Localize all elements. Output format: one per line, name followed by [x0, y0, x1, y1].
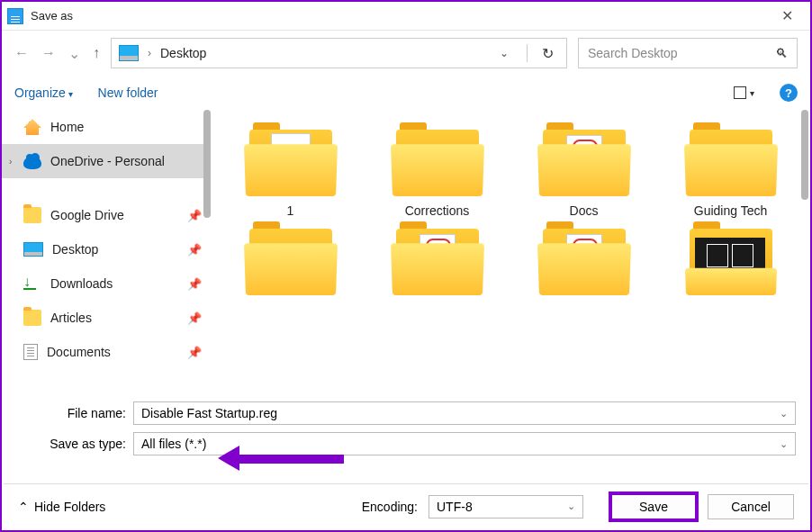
onedrive-icon: [23, 157, 41, 169]
help-icon[interactable]: ?: [780, 84, 798, 102]
folder-item[interactable]: Guiding Tech: [671, 122, 790, 221]
search-placeholder: Search Desktop: [588, 46, 775, 60]
folder-name: 1: [287, 203, 294, 221]
sidebar-item-label: Articles: [50, 311, 92, 325]
folder-item[interactable]: [377, 221, 497, 320]
sidebar-item-label: Documents: [47, 345, 111, 359]
content-scrollbar[interactable]: [801, 110, 808, 200]
main-area: Home › OneDrive - Personal Google Drive …: [2, 110, 810, 394]
sidebar-scrollbar[interactable]: [203, 110, 211, 218]
folder-icon: [539, 122, 629, 196]
chevron-down-icon[interactable]: ⌄: [780, 408, 788, 419]
folder-name: Docs: [570, 203, 599, 221]
folder-name: Guiding Tech: [694, 203, 767, 221]
folder-icon: [23, 207, 41, 223]
filename-label: File name:: [16, 406, 133, 420]
folder-item[interactable]: [671, 221, 790, 320]
folder-icon: [246, 122, 336, 196]
save-form: File name: Disable Fast Startup.reg ⌄ Sa…: [2, 394, 810, 455]
sidebar-item-downloads[interactable]: Downloads 📌: [2, 266, 211, 301]
organize-button[interactable]: Organize: [14, 86, 73, 100]
pin-icon: 📌: [187, 311, 202, 325]
hide-folders-label: Hide Folders: [34, 500, 105, 514]
sidebar-item-documents[interactable]: Documents 📌: [2, 335, 211, 369]
chevron-down-icon[interactable]: ⌄: [780, 438, 788, 450]
up-icon[interactable]: ↑: [93, 45, 100, 61]
save-type-value: All files (*.*): [141, 437, 206, 451]
hide-folders-button[interactable]: ⌃ Hide Folders: [18, 500, 105, 514]
nav-arrows: ← → ⌄ ↑: [14, 45, 100, 62]
title-bar: Save as ✕: [2, 2, 810, 31]
cancel-button[interactable]: Cancel: [708, 494, 794, 519]
breadcrumb-sep-icon: ›: [148, 47, 151, 59]
sidebar-item-desktop[interactable]: Desktop 📌: [2, 232, 211, 266]
encoding-select[interactable]: UTF-8 ⌄: [429, 495, 583, 518]
window-title: Save as: [31, 9, 769, 23]
sidebar-item-onedrive[interactable]: › OneDrive - Personal: [2, 144, 211, 178]
folder-icon: [539, 221, 629, 295]
app-icon: [7, 8, 23, 24]
folder-item[interactable]: 1: [230, 122, 350, 221]
save-type-label: Save as type:: [16, 437, 133, 451]
sidebar-item-home[interactable]: Home: [2, 110, 211, 144]
back-icon[interactable]: ←: [14, 45, 29, 61]
desktop-location-icon: [119, 45, 139, 61]
desktop-icon: [23, 242, 43, 257]
footer: ⌃ Hide Folders Encoding: UTF-8 ⌄ Save Ca…: [4, 483, 808, 528]
filename-input[interactable]: Disable Fast Startup.reg ⌄: [133, 401, 796, 425]
home-icon: [23, 119, 41, 135]
recent-chevron-icon[interactable]: ⌄: [68, 45, 80, 62]
save-type-select[interactable]: All files (*.*) ⌄: [133, 432, 796, 455]
search-input[interactable]: Search Desktop 🔍︎: [578, 38, 798, 68]
filename-value: Disable Fast Startup.reg: [141, 406, 277, 420]
navigation-row: ← → ⌄ ↑ › Desktop ⌄ ↻ Search Desktop 🔍︎: [2, 31, 810, 76]
folder-name: Corrections: [405, 203, 470, 221]
encoding-value: UTF-8: [437, 500, 473, 514]
pin-icon: 📌: [187, 243, 202, 257]
file-grid[interactable]: 1CorrectionsDocsGuiding Tech: [211, 110, 810, 394]
sidebar: Home › OneDrive - Personal Google Drive …: [2, 110, 211, 394]
pin-icon: 📌: [187, 277, 202, 291]
sidebar-item-label: Google Drive: [50, 208, 124, 222]
folder-item[interactable]: Docs: [524, 122, 644, 221]
sidebar-item-label: Desktop: [52, 242, 98, 257]
sidebar-item-label: Home: [50, 120, 84, 134]
chevron-down-icon: ⌄: [567, 500, 575, 512]
address-chevron-icon[interactable]: ⌄: [500, 47, 509, 59]
search-icon: 🔍︎: [775, 46, 788, 60]
view-options-button[interactable]: ▾: [734, 86, 754, 99]
folder-icon: [23, 310, 41, 326]
address-bar[interactable]: › Desktop ⌄ ↻: [111, 38, 567, 68]
close-icon[interactable]: ✕: [769, 7, 805, 24]
refresh-icon[interactable]: ↻: [537, 45, 559, 62]
sidebar-item-label: Downloads: [50, 276, 113, 291]
encoding-label: Encoding:: [362, 500, 418, 514]
toolbar: Organize New folder ▾ ?: [2, 76, 810, 110]
breadcrumb[interactable]: Desktop: [160, 46, 206, 60]
sidebar-item-google-drive[interactable]: Google Drive 📌: [2, 198, 211, 232]
save-button[interactable]: Save: [609, 491, 699, 522]
sidebar-item-articles[interactable]: Articles 📌: [2, 301, 211, 335]
download-icon: [23, 275, 41, 292]
folder-icon: [392, 122, 483, 196]
pin-icon: 📌: [187, 209, 202, 222]
folder-icon: [686, 221, 776, 295]
forward-icon[interactable]: →: [41, 45, 56, 61]
view-icon: [734, 86, 746, 99]
folder-item[interactable]: [524, 221, 644, 320]
folder-item[interactable]: Corrections: [377, 122, 497, 221]
pin-icon: 📌: [187, 346, 202, 359]
folder-icon: [392, 221, 483, 295]
document-icon: [23, 344, 38, 360]
folder-item[interactable]: [230, 221, 350, 320]
sidebar-item-label: OneDrive - Personal: [50, 154, 165, 168]
folder-icon: [246, 221, 336, 295]
new-folder-button[interactable]: New folder: [98, 86, 158, 100]
expand-chevron-icon[interactable]: ›: [9, 157, 12, 167]
chevron-up-icon: ⌃: [18, 500, 29, 514]
folder-icon: [686, 122, 776, 196]
